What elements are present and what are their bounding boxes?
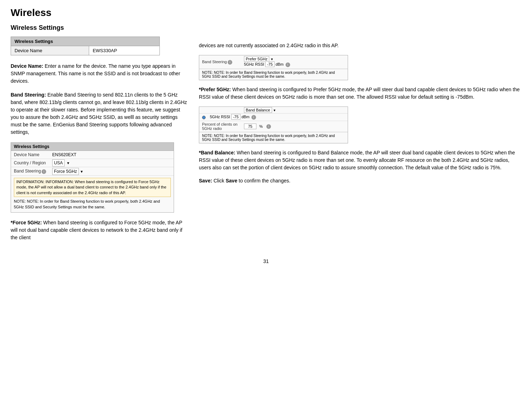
section-title: Wireless Settings — [11, 24, 188, 32]
band-balance-desc-label: *Band Balance: — [199, 150, 235, 155]
page-number: 31 — [11, 258, 521, 264]
info-icon: i — [42, 169, 46, 174]
ss-country-value: USA ▼ — [52, 160, 171, 165]
note-label: NOTE: — [14, 199, 26, 203]
screenshot-box-2: Wireless Settings Device Name ENS620EXT … — [11, 142, 174, 213]
screenshot-header: Wireless Settings — [11, 143, 174, 151]
bb-note-label: NOTE: — [202, 134, 213, 138]
save-label: Save: — [199, 178, 212, 184]
bb-percent-label: Percent of clients on 5GHz radio — [202, 122, 241, 131]
prefer5ghz-note: NOTE: NOTE: In order for Band Steering f… — [199, 69, 348, 80]
dropdown-icon2: ▼ — [80, 170, 83, 174]
prefer5ghz-select-row: Prefer 5GHz ▼ — [244, 57, 290, 61]
rssi-unit: dBm — [276, 62, 284, 66]
information-box: INFORMATION: INFORMATION: When band stee… — [14, 178, 171, 197]
ss-bandsteering-label: Band Steeringi — [14, 169, 49, 174]
save-text2: to confirm the changes. — [239, 178, 291, 184]
bb-radio-icon — [202, 115, 207, 119]
info-label: INFORMATION: — [16, 180, 44, 184]
bb-dropdown-arrow: ▼ — [273, 109, 276, 112]
bb-percent-unit: % — [259, 124, 263, 128]
force5ghz-label: *Force 5GHz: — [11, 220, 42, 225]
prefer5ghz-desc-text: When band steering is configured to Pref… — [199, 87, 520, 100]
prefer5ghz-note-text: NOTE: In order for Band Steering functio… — [202, 71, 335, 78]
prefer5ghz-desc: *Prefer 5GHz: When band steering is conf… — [199, 86, 521, 101]
band-steering-text: Enable Band Steering to send 802.11n cli… — [11, 92, 187, 135]
bb-row3: Percent of clients on 5GHz radio 75 % i — [199, 121, 348, 132]
bb-note: NOTE: NOTE: In order for Band Steering f… — [199, 132, 348, 143]
prefer5ghz-select: Prefer 5GHz — [244, 56, 269, 62]
rssi-label: 5GHz RSSI — [244, 62, 264, 66]
bb-percent-info-icon: i — [266, 124, 271, 129]
bb-row1: Band Balance ▼ — [199, 107, 348, 114]
force5ghz-desc: *Force 5GHz: When band steering is confi… — [11, 219, 188, 241]
prefer5ghz-bandsteering-label: Band Steeringi — [202, 60, 241, 65]
left-column: Wireless Settings Wireless Settings Devi… — [11, 24, 188, 248]
bb-select-wrap: Band Balance ▼ — [244, 108, 276, 112]
intro-text: devices are not currently associated on … — [199, 42, 521, 49]
ss-row-bandsteering: Band Steeringi Force 5GHz ▼ — [11, 167, 174, 176]
device-name-value: EWS330AP — [89, 46, 159, 55]
ss-row-device: Device Name ENS620EXT — [11, 151, 174, 159]
ss-country-label: Country / Region — [14, 160, 49, 165]
device-name-label: Device Name: — [11, 63, 43, 69]
bb-select: Band Balance — [244, 107, 272, 113]
ss-bandsteering-select: Force 5GHz — [52, 168, 79, 175]
dropdown-icon: ▼ — [66, 161, 70, 165]
prefer5ghz-desc-label: *Prefer 5GHz: — [199, 87, 231, 92]
bb-rssi-value: -75 — [231, 114, 240, 120]
note-box: NOTE: NOTE: In order for Band Steering f… — [14, 198, 171, 211]
bb-rssi-row: 5GHz RSSI -75 dBm i — [210, 115, 256, 120]
ss-row-country: Country / Region USA ▼ — [11, 159, 174, 167]
save-link: Save — [226, 178, 237, 184]
band-balance-screenshot: Band Balance ▼ 5GHz RSSI -75 dBm i Perce… — [199, 106, 348, 143]
rssi-value: -75 — [265, 61, 275, 67]
note-text: NOTE: In order for Band Steering functio… — [14, 199, 160, 209]
band-balance-desc: *Band Balance: When band steering is con… — [199, 149, 521, 171]
band-steering-label: Band Steering: — [11, 92, 46, 98]
bb-row2: 5GHz RSSI -75 dBm i — [199, 114, 348, 121]
prefer5ghz-screenshot: Band Steeringi Prefer 5GHz ▼ 5GHz RSSI -… — [199, 55, 348, 80]
bb-rssi-unit: dBm — [241, 115, 250, 119]
prefer5ghz-row: Band Steeringi Prefer 5GHz ▼ 5GHz RSSI -… — [199, 55, 348, 69]
right-column: devices are not currently associated on … — [199, 24, 521, 248]
ss-bandsteering-value: Force 5GHz ▼ — [52, 169, 171, 174]
info-icon-rssi: i — [286, 62, 290, 67]
ss-device-value: ENS620EXT — [52, 152, 171, 157]
info-block: INFORMATION: INFORMATION: When band stee… — [11, 176, 174, 212]
dropdown-arrow: ▼ — [270, 58, 273, 61]
device-name-label: Device Name — [11, 46, 89, 55]
bb-rssi-label: 5GHz RSSI — [210, 115, 230, 119]
table-header: Wireless Settings — [11, 37, 160, 46]
bb-info-icon: i — [251, 115, 256, 120]
bb-note-text: NOTE: In order for Band Steering functio… — [202, 134, 335, 142]
bb-percent-value: 75 — [244, 124, 256, 129]
prefer5ghz-note-label: NOTE: — [202, 71, 213, 75]
prefer5ghz-values: Prefer 5GHz ▼ 5GHz RSSI -75 dBm i — [244, 57, 290, 67]
ss-device-label: Device Name — [14, 152, 49, 157]
band-balance-desc-text: When band steering is configured to Band… — [199, 150, 515, 170]
info-icon-prefer: i — [228, 60, 232, 65]
save-desc: Save: Click Save to confirm the changes. — [199, 177, 521, 185]
save-text: Click — [213, 178, 224, 184]
prefer5ghz-rssi-row: 5GHz RSSI -75 dBm i — [244, 62, 290, 67]
band-steering-desc: Band Steering: Enable Band Steering to s… — [11, 91, 188, 136]
ss-country-input: USA — [52, 159, 65, 166]
device-name-desc: Device Name: Enter a name for the device… — [11, 62, 188, 85]
page-title: Wireless — [11, 7, 521, 18]
wireless-settings-table: Wireless Settings Device Name EWS330AP — [11, 37, 160, 55]
